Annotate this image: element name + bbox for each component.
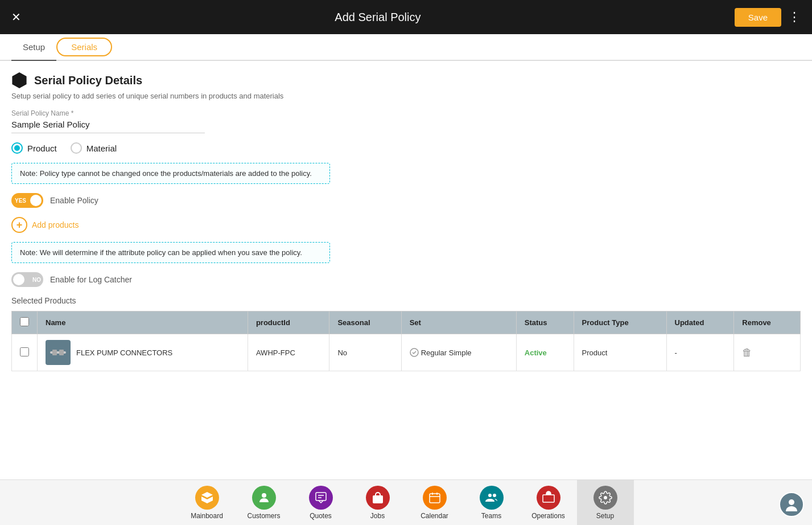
- avatar[interactable]: [779, 492, 804, 517]
- calendar-label: Calendar: [421, 512, 448, 520]
- nav-teams[interactable]: Teams: [463, 480, 520, 526]
- selected-products-title: Selected Products: [11, 296, 801, 305]
- selected-products-section: Selected Products Name productId Seasona…: [11, 296, 801, 371]
- radio-material-circle[interactable]: [71, 142, 82, 154]
- col-product-id: productId: [248, 311, 329, 334]
- row-remove-cell: 🗑: [734, 334, 801, 371]
- row-updated: -: [666, 334, 734, 371]
- col-seasonal: Seasonal: [329, 311, 401, 334]
- add-products-row[interactable]: + Add products: [11, 217, 801, 233]
- radio-material[interactable]: Material: [71, 142, 117, 154]
- col-status: Status: [516, 311, 574, 334]
- delete-row-button[interactable]: 🗑: [742, 347, 752, 358]
- col-checkbox: [12, 311, 38, 334]
- product-image: [46, 340, 71, 365]
- row-status: Active: [516, 334, 574, 371]
- type-radio-group: Product Material: [11, 142, 801, 154]
- log-catcher-row: NO Enable for Log Catcher: [11, 272, 801, 287]
- row-product-type: Product: [574, 334, 666, 371]
- svg-point-4: [262, 493, 266, 498]
- nav-setup[interactable]: Setup: [577, 480, 634, 526]
- nav-customers[interactable]: Customers: [236, 480, 292, 526]
- section-title: Serial Policy Details: [34, 74, 142, 87]
- nav-calendar[interactable]: Calendar: [406, 480, 463, 526]
- section-description: Setup serial policy to add series of uni…: [11, 92, 801, 100]
- log-catcher-toggle[interactable]: NO: [11, 272, 43, 287]
- note-attribute-policy: Note: We will determine if the attribute…: [11, 242, 330, 263]
- table-body: FLEX PUMP CONNECTORS AWHP-FPC No Regular…: [12, 334, 801, 371]
- col-set: Set: [401, 311, 516, 334]
- bottom-navigation: Mainboard Customers Quotes Jobs Calendar…: [0, 479, 812, 525]
- svg-rect-2: [59, 350, 64, 355]
- tab-setup[interactable]: Setup: [11, 34, 56, 60]
- section-icon: [11, 72, 27, 88]
- nav-jobs[interactable]: Jobs: [349, 480, 406, 526]
- nav-quotes[interactable]: Quotes: [292, 480, 349, 526]
- teams-icon: [480, 486, 504, 510]
- mainboard-label: Mainboard: [191, 512, 223, 520]
- save-button[interactable]: Save: [735, 8, 781, 27]
- quotes-label: Quotes: [310, 512, 332, 520]
- section-header: Serial Policy Details: [11, 72, 801, 88]
- svg-point-7: [488, 494, 492, 497]
- customers-label: Customers: [247, 512, 280, 520]
- header: ✕ Add Serial Policy Save ⋮: [0, 0, 812, 34]
- customers-icon: [252, 486, 276, 510]
- row-set: Regular Simple: [401, 334, 516, 371]
- radio-product[interactable]: Product: [11, 142, 57, 154]
- nav-mainboard[interactable]: Mainboard: [179, 480, 236, 526]
- page-title: Add Serial Policy: [21, 11, 735, 24]
- radio-material-label: Material: [86, 143, 117, 153]
- enable-policy-label: Enable Policy: [50, 196, 98, 205]
- svg-rect-1: [52, 350, 57, 355]
- toggle-off-label: NO: [32, 277, 41, 283]
- row-name-cell: FLEX PUMP CONNECTORS: [38, 334, 248, 371]
- enable-policy-row: YES Enable Policy: [11, 193, 801, 208]
- operations-icon: [537, 486, 560, 510]
- svg-point-8: [493, 494, 496, 497]
- quotes-icon: [309, 486, 333, 510]
- header-actions: Save ⋮: [735, 8, 801, 27]
- toggle-knob: [30, 195, 42, 206]
- row-checkbox-cell: [12, 334, 38, 371]
- col-name: Name: [38, 311, 248, 334]
- log-catcher-label: Enable for Log Catcher: [50, 275, 132, 284]
- radio-product-label: Product: [27, 143, 57, 153]
- nav-operations[interactable]: Operations: [520, 480, 577, 526]
- products-table: Name productId Seasonal Set Status Produ…: [11, 311, 801, 371]
- teams-label: Teams: [481, 512, 501, 520]
- col-remove: Remove: [734, 311, 801, 334]
- row-product-id: AWHP-FPC: [248, 334, 329, 371]
- setup-icon: [593, 486, 617, 510]
- col-product-type: Product Type: [574, 311, 666, 334]
- col-updated: Updated: [666, 311, 734, 334]
- radio-product-circle[interactable]: [11, 142, 23, 154]
- row-checkbox[interactable]: [20, 347, 29, 356]
- row-seasonal: No: [329, 334, 401, 371]
- svg-point-10: [789, 499, 794, 505]
- policy-name-value[interactable]: Sample Serial Policy: [11, 120, 205, 133]
- note-policy-type: Note: Policy type cannot be changed once…: [11, 163, 330, 184]
- log-catcher-knob: [13, 274, 24, 285]
- main-content: Serial Policy Details Setup serial polic…: [0, 61, 812, 475]
- jobs-icon: [366, 486, 390, 510]
- svg-rect-6: [430, 494, 440, 503]
- table-header: Name productId Seasonal Set Status Produ…: [12, 311, 801, 334]
- row-name: FLEX PUMP CONNECTORS: [76, 348, 172, 357]
- svg-rect-9: [543, 495, 554, 502]
- operations-label: Operations: [531, 512, 565, 520]
- tab-serials[interactable]: Serials: [56, 38, 112, 56]
- add-products-icon[interactable]: +: [11, 217, 27, 233]
- policy-name-field: Serial Policy Name * Sample Serial Polic…: [11, 109, 801, 133]
- setup-label: Setup: [596, 512, 614, 520]
- add-products-label: Add products: [32, 220, 79, 229]
- select-all-checkbox[interactable]: [20, 317, 29, 326]
- table-row: FLEX PUMP CONNECTORS AWHP-FPC No Regular…: [12, 334, 801, 371]
- enable-policy-toggle[interactable]: YES: [11, 193, 43, 208]
- mainboard-icon: [195, 486, 219, 510]
- policy-name-label: Serial Policy Name *: [11, 109, 801, 117]
- close-button[interactable]: ✕: [11, 10, 21, 24]
- calendar-icon: [423, 486, 447, 510]
- more-options-button[interactable]: ⋮: [788, 10, 801, 24]
- jobs-label: Jobs: [370, 512, 385, 520]
